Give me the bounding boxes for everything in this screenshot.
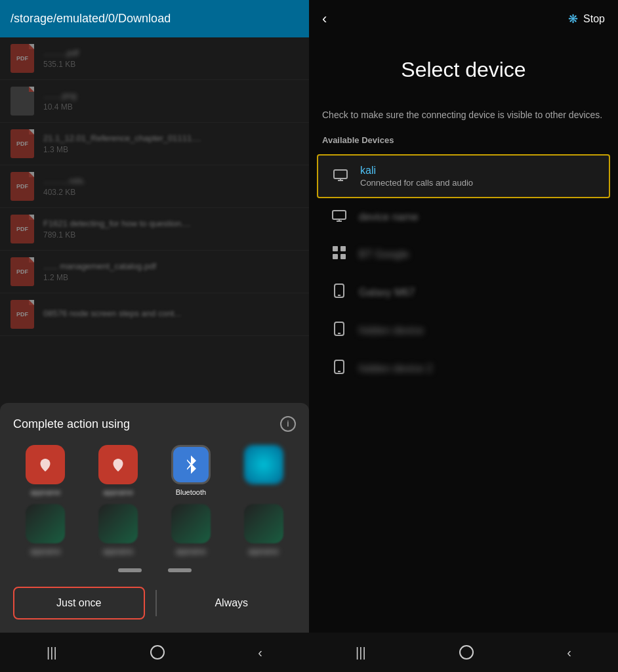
device-info-kali: kali Connected for calls and audio — [360, 165, 596, 188]
right-bottom-nav: ||| ‹ — [309, 633, 618, 672]
file-info: 21.1_12.01_Reference_chapter_01111.... 1… — [43, 133, 299, 154]
pdf-icon: PDF — [10, 257, 34, 286]
file-info: ...... management_catalog.pdf 1.2 MB — [43, 261, 299, 282]
file-size: 1.3 MB — [43, 145, 299, 154]
file-name: F1621 detecting_for how to question.... — [43, 219, 227, 228]
list-item[interactable]: PDF ...... management_catalog.pdf 1.2 MB — [0, 251, 309, 293]
left-bottom-nav: ||| ‹ — [0, 633, 309, 672]
svg-rect-3 — [333, 211, 346, 219]
svg-rect-6 — [333, 246, 338, 251]
app-icon-green-4 — [244, 504, 283, 543]
list-item[interactable]: ........png 10.4 MB — [0, 80, 309, 123]
apps-icon — [330, 245, 348, 264]
bluetooth-app-icon — [171, 445, 211, 484]
home-nav-icon[interactable] — [150, 645, 165, 660]
app-icon-teal — [244, 445, 283, 484]
device-item-6[interactable]: hidden device 2 — [317, 350, 610, 387]
action-buttons: Just once Always — [13, 580, 296, 620]
device-name-6: hidden device 2 — [359, 363, 597, 375]
bluetooth-app-item[interactable]: Bluetooth — [159, 445, 224, 496]
device-name-4: Galaxy M67 — [359, 287, 597, 299]
pdf-icon: PDF — [10, 129, 34, 158]
device-item-2[interactable]: device name — [317, 200, 610, 235]
monitor-icon-2 — [330, 209, 348, 226]
device-item-4[interactable]: Galaxy M67 — [317, 274, 610, 311]
bluetooth-dots-icon: ❋ — [568, 12, 578, 26]
app-label-2: appname — [103, 488, 133, 496]
device-info-6: hidden device 2 — [359, 363, 597, 375]
device-name-2: device name — [359, 211, 597, 223]
file-info: ...........nds. 403.2 KB — [43, 176, 299, 197]
file-info: 08576 node screen steps and cont... — [43, 308, 299, 320]
app-item-teal[interactable] — [231, 445, 296, 496]
svg-rect-0 — [334, 170, 347, 178]
file-info: ........png 10.4 MB — [43, 91, 299, 112]
bottom-sheet-title: Complete action using — [13, 417, 130, 431]
app-label-green-4: appname — [249, 547, 279, 555]
file-size: 10.4 MB — [43, 102, 299, 112]
stop-button[interactable]: ❋ Stop — [568, 12, 605, 26]
file-size: 789.1 KB — [43, 230, 299, 240]
file-name: ..........pdf — [43, 48, 227, 58]
right-panel: ‹ ❋ Stop Select device Check to make sur… — [309, 0, 618, 672]
right-home-icon[interactable] — [459, 645, 474, 660]
file-size: 535.1 KB — [43, 60, 299, 69]
list-item[interactable]: PDF 21.1_12.01_Reference_chapter_01111..… — [0, 123, 309, 165]
list-item[interactable]: PDF 08576 node screen steps and cont... — [0, 293, 309, 336]
device-name-5: hidden device — [359, 325, 597, 337]
pdf-icon: PDF — [10, 215, 34, 243]
file-name: 08576 node screen steps and cont... — [43, 308, 227, 318]
file-path: /storage/emulated/0/Download — [0, 0, 309, 37]
device-item-3[interactable]: BT Google — [317, 236, 610, 273]
file-name: 21.1_12.01_Reference_chapter_01111.... — [43, 133, 227, 143]
app-item-green-2[interactable]: appname — [86, 504, 151, 555]
list-item[interactable]: PDF F1621 detecting_for how to question.… — [0, 208, 309, 251]
app-icon-green-1 — [26, 504, 65, 543]
menu-nav-icon[interactable]: ||| — [47, 645, 57, 660]
app-label-1: appname — [30, 488, 60, 496]
device-info-4: Galaxy M67 — [359, 287, 597, 299]
select-device-title: Select device — [309, 38, 618, 108]
hint-text: Check to make sure the connecting device… — [309, 108, 618, 135]
back-button[interactable]: ‹ — [322, 10, 327, 28]
phone-icon-6 — [330, 360, 348, 378]
phone-icon-4 — [330, 284, 348, 302]
file-name: ........png — [43, 91, 227, 100]
bottom-sheet-header: Complete action using i — [13, 416, 296, 432]
app-item[interactable]: appname — [13, 445, 78, 496]
list-item[interactable]: PDF ..........pdf 535.1 KB — [0, 37, 309, 80]
list-item[interactable]: PDF ...........nds. 403.2 KB — [0, 165, 309, 208]
svg-rect-7 — [340, 246, 346, 251]
file-size: 1.2 MB — [43, 273, 299, 282]
device-name-kali: kali — [360, 165, 596, 177]
app-item-green-3[interactable]: appname — [159, 504, 224, 555]
device-item-5[interactable]: hidden device — [317, 312, 610, 349]
right-menu-icon[interactable]: ||| — [356, 645, 366, 660]
info-icon[interactable]: i — [280, 416, 296, 432]
divider — [155, 590, 157, 616]
app-icon-red-1 — [26, 445, 65, 484]
app-item[interactable]: appname — [86, 445, 151, 496]
right-back-icon[interactable]: ‹ — [567, 645, 571, 660]
app-icon-green-2 — [98, 504, 138, 543]
file-name: ...........nds. — [43, 176, 227, 186]
pdf-icon: PDF — [10, 44, 34, 73]
bottom-sheet: Complete action using i appname a — [0, 403, 309, 633]
device-info-5: hidden device — [359, 325, 597, 337]
app-label-green-2: appname — [103, 547, 133, 555]
device-list: kali Connected for calls and audio devic… — [309, 153, 618, 633]
right-top-bar: ‹ ❋ Stop — [309, 0, 618, 38]
app-item-green-4[interactable]: appname — [231, 504, 296, 555]
available-label: Available devices — [309, 135, 618, 153]
device-item-kali[interactable]: kali Connected for calls and audio — [317, 154, 610, 198]
back-nav-icon[interactable]: ‹ — [258, 645, 262, 660]
always-button[interactable]: Always — [167, 588, 297, 618]
svg-rect-9 — [340, 254, 346, 259]
stop-label: Stop — [583, 13, 605, 25]
left-panel: /storage/emulated/0/Download PDF .......… — [0, 0, 309, 672]
just-once-button[interactable]: Just once — [13, 587, 145, 620]
app-item-green-1[interactable]: appname — [13, 504, 78, 555]
pdf-icon: PDF — [10, 300, 34, 329]
monitor-icon — [331, 168, 350, 185]
app-grid: appname appname Bluetooth — [13, 445, 296, 555]
